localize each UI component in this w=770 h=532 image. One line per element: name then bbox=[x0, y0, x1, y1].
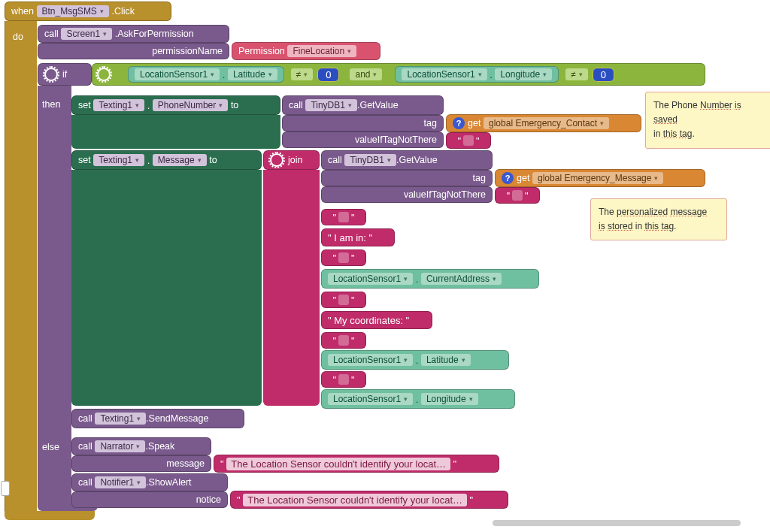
empty-string-literal[interactable]: "" bbox=[321, 371, 366, 388]
set-phonenumber[interactable]: set Texting1▾ . PhoneNumber▾ to bbox=[71, 95, 280, 115]
vnt-row-msg: valueIfTagNotThere bbox=[321, 186, 493, 203]
alert-param-row: notice bbox=[71, 491, 228, 508]
gear-icon[interactable] bbox=[270, 153, 283, 167]
resize-handle[interactable] bbox=[1, 481, 10, 496]
showalert-label: .ShowAlert bbox=[146, 477, 191, 488]
permission-value[interactable]: Permission FineLocation▾ bbox=[232, 42, 380, 60]
screen-dropdown[interactable]: Screen1▾ bbox=[61, 28, 112, 40]
zero-literal[interactable]: 0 bbox=[593, 68, 614, 82]
call-narrator-speak[interactable]: call Narrator▾ .Speak bbox=[71, 437, 211, 455]
lat-dropdown[interactable]: Latitude▾ bbox=[421, 354, 471, 366]
call-askpermission[interactable]: call Screen1▾ .AskForPermission bbox=[38, 25, 229, 43]
join-label: join bbox=[288, 155, 302, 165]
if-label: if bbox=[62, 69, 67, 80]
get-label: get bbox=[517, 173, 529, 183]
join-block[interactable]: join bbox=[263, 150, 320, 170]
to-label: to bbox=[209, 155, 217, 165]
speak-text[interactable]: " The Location Sensor couldn't identify … bbox=[214, 455, 499, 473]
tinydb-dropdown[interactable]: TinyDB1▾ bbox=[305, 99, 357, 111]
empty-string-literal[interactable]: "" bbox=[495, 187, 540, 204]
permission-param-label: permissionName bbox=[152, 46, 223, 56]
h-scrollbar[interactable] bbox=[493, 520, 741, 526]
event-footer bbox=[5, 511, 95, 520]
permission-label: Permission bbox=[238, 46, 285, 56]
get-global-contact[interactable]: ? get global Emergency_Contact▾ bbox=[446, 114, 641, 132]
sensor-dropdown[interactable]: LocationSensor1▾ bbox=[328, 393, 413, 405]
if-condition[interactable]: LocationSensor1▾ . Latitude▾ ≠▾ 0 and▾ L… bbox=[92, 63, 705, 86]
string-mycoords[interactable]: " My coordinates: " bbox=[321, 311, 432, 329]
lat-prop-dropdown[interactable]: Latitude▾ bbox=[228, 68, 277, 80]
call-sendmessage[interactable]: call Texting1▾ .SendMessage bbox=[71, 409, 244, 428]
addr-dropdown[interactable]: CurrentAddress▾ bbox=[421, 273, 502, 285]
empty-string-literal[interactable]: "" bbox=[321, 209, 366, 225]
tinydb-getvalue-phone[interactable]: call TinyDB1▾ .GetValue bbox=[282, 95, 444, 115]
longitude-getter[interactable]: LocationSensor1▾ . Longitude▾ bbox=[395, 66, 559, 83]
permission-param-row: permissionName bbox=[38, 43, 229, 59]
get-global-message[interactable]: ? get global Emergency_Message▾ bbox=[495, 169, 705, 187]
getvalue-label: .GetValue bbox=[357, 100, 399, 110]
zero-literal[interactable]: 0 bbox=[317, 68, 339, 82]
tinydb-getvalue-msg[interactable]: call TinyDB1▾ .GetValue bbox=[321, 150, 493, 170]
sendmessage-label: .SendMessage bbox=[146, 413, 208, 424]
tinydb-dropdown[interactable]: TinyDB1▾ bbox=[344, 154, 396, 166]
lon-prop-dropdown[interactable]: Longitude▾ bbox=[495, 68, 552, 80]
join-body bbox=[263, 170, 320, 406]
event-when-header[interactable]: when Btn_MsgSMS▾ .Click bbox=[5, 2, 171, 21]
currentaddress-getter[interactable]: LocationSensor1▾ . CurrentAddress▾ bbox=[321, 269, 539, 289]
latitude-getter[interactable]: LocationSensor1▾ . Latitude▾ bbox=[321, 350, 509, 370]
if-header[interactable]: if bbox=[38, 63, 92, 86]
to-label: to bbox=[231, 100, 238, 110]
else-label: else bbox=[42, 442, 59, 452]
narrator-dropdown[interactable]: Narrator▾ bbox=[95, 440, 145, 452]
blocks-canvas[interactable]: when Btn_MsgSMS▾ .Click do call Screen1▾… bbox=[0, 0, 770, 532]
set-label: set bbox=[78, 155, 91, 165]
set-label: set bbox=[78, 100, 91, 110]
longitude-getter[interactable]: LocationSensor1▾ . Longitude▾ bbox=[321, 389, 515, 409]
vnt-row-phone: valueIfTagNotThere bbox=[282, 131, 444, 148]
message-dropdown[interactable]: Message▾ bbox=[153, 154, 207, 166]
phonenumber-dropdown[interactable]: PhoneNumber▾ bbox=[153, 99, 228, 111]
sensor-dropdown[interactable]: LocationSensor1▾ bbox=[328, 354, 413, 366]
global-contact-dropdown[interactable]: global Emergency_Contact▾ bbox=[484, 117, 609, 129]
call-label: call bbox=[328, 155, 342, 165]
alert-text[interactable]: " The Location Sensor couldn't identify … bbox=[230, 491, 508, 509]
notifier-dropdown[interactable]: Notifier1▾ bbox=[95, 476, 146, 488]
comment-message[interactable]: The personalized messageis stored in thi… bbox=[590, 198, 727, 240]
call-notifier-showalert[interactable]: call Notifier1▾ .ShowAlert bbox=[71, 473, 228, 491]
texting-dropdown[interactable]: Texting1▾ bbox=[93, 99, 144, 111]
set-message-body bbox=[71, 170, 262, 406]
empty-string-literal[interactable]: "" bbox=[321, 292, 366, 308]
ne-dropdown[interactable]: ≠▾ bbox=[565, 68, 588, 80]
gear-icon[interactable] bbox=[97, 68, 111, 81]
help-icon[interactable]: ? bbox=[502, 172, 514, 184]
empty-string-literal[interactable]: "" bbox=[321, 332, 366, 349]
permission-dropdown[interactable]: FineLocation▾ bbox=[287, 45, 356, 57]
call-label: call bbox=[78, 441, 92, 452]
comment-phone[interactable]: The Phone Number is savedin this tag. bbox=[645, 92, 770, 149]
method-label: .AskForPermission bbox=[115, 29, 194, 39]
sensor-dropdown[interactable]: LocationSensor1▾ bbox=[328, 273, 413, 285]
then-label: then bbox=[42, 99, 60, 110]
string-iamin[interactable]: " I am in: " bbox=[321, 228, 395, 246]
sensor-dropdown[interactable]: LocationSensor1▾ bbox=[135, 68, 220, 80]
speak-param-row: message bbox=[71, 455, 211, 472]
global-message-dropdown[interactable]: global Emergency_Message▾ bbox=[532, 172, 663, 184]
getvalue-label: .GetValue bbox=[396, 155, 438, 165]
set-phone-body bbox=[71, 115, 280, 149]
call-label: call bbox=[44, 29, 59, 39]
tag-row-msg: tag bbox=[321, 170, 493, 186]
texting-dropdown[interactable]: Texting1▾ bbox=[95, 413, 146, 425]
empty-string-literal[interactable]: "" bbox=[321, 249, 366, 266]
gear-icon[interactable] bbox=[44, 68, 58, 81]
texting-dropdown[interactable]: Texting1▾ bbox=[93, 154, 144, 166]
set-message[interactable]: set Texting1▾ . Message▾ to bbox=[71, 150, 262, 170]
sensor-dropdown[interactable]: LocationSensor1▾ bbox=[402, 68, 487, 80]
empty-string-literal[interactable]: "" bbox=[446, 132, 491, 149]
lon-dropdown[interactable]: Longitude▾ bbox=[421, 393, 478, 405]
help-icon[interactable]: ? bbox=[453, 117, 465, 129]
and-dropdown[interactable]: and▾ bbox=[350, 68, 382, 80]
button-dropdown[interactable]: Btn_MsgSMS▾ bbox=[37, 5, 109, 17]
ne-dropdown[interactable]: ≠▾ bbox=[291, 68, 314, 80]
latitude-getter[interactable]: LocationSensor1▾ . Latitude▾ bbox=[128, 66, 284, 83]
call-label: call bbox=[78, 413, 92, 424]
